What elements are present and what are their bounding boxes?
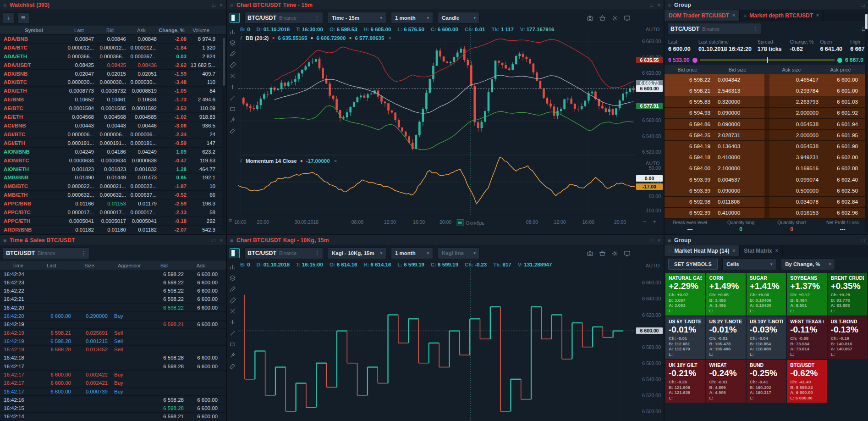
time-axis[interactable]: 16:0020:0030.09.201808:0012:0016:0020:00… (238, 216, 635, 228)
maximize-icon[interactable]: □ (862, 2, 865, 8)
panel-menu-icon[interactable]: ≡ (230, 2, 233, 8)
auto-scale-label[interactable]: AUTO (646, 27, 660, 32)
dom-ladder-row[interactable]: 6 595.830.3200002.2637936 601.03 (665, 96, 868, 107)
heat-cell-us-10y-t-note[interactable]: US 10Y T-NOTE-0.03%Ch: -0.04B: 118.854A:… (747, 316, 786, 359)
chart-panel-icon[interactable] (230, 13, 240, 23)
list-item[interactable]: 16:42:196 598.216 600.00 (0, 321, 226, 329)
col-ask[interactable]: Ask (126, 28, 157, 33)
price-axis[interactable]: AUTO6 660.006 640.006 620.006 600.006 58… (635, 26, 664, 216)
more-icon[interactable]: ⋮ (748, 26, 758, 32)
col-bid-price[interactable]: Bid price (665, 67, 710, 72)
table-row[interactable]: ARDR/BNB0.011820.011800.01182-2.07542.3 (0, 226, 226, 234)
table-row[interactable]: AGI/BNB0.004430.004430.00446-3.06936.5 (0, 122, 226, 130)
style-dropdown[interactable]: Kagi line▾ (438, 247, 480, 259)
table-row[interactable]: AMB/BNB0.014900.014490.014730.95192.1 (0, 174, 226, 183)
col-last[interactable]: Last (32, 263, 71, 268)
range-track[interactable] (700, 59, 835, 61)
maximize-icon[interactable]: □ (212, 238, 215, 243)
layers-tool-icon[interactable] (229, 275, 236, 282)
tab-menu-icon[interactable]: ≡ (744, 13, 747, 18)
tab-close-icon[interactable]: × (775, 248, 778, 253)
tab-market-heat-map-14-[interactable]: ≡Market Heat Map (14)× (665, 245, 740, 256)
dom-ladder-row[interactable]: 6 598.212.5463130.2937846 601.00 (665, 85, 868, 96)
col-symbol[interactable]: Symbol (0, 28, 64, 33)
chart-tool-icon[interactable] (229, 264, 236, 271)
panel-menu-icon[interactable]: ≡ (3, 2, 6, 8)
gear-icon[interactable] (611, 15, 618, 22)
table-row[interactable]: AION/BNB0.042490.041860.042491.09623.2 (0, 148, 226, 156)
col-bid[interactable]: Bid (94, 28, 126, 33)
range-low-handle[interactable] (692, 58, 698, 63)
col-bid-size[interactable]: Bid size (710, 67, 764, 72)
basket-icon[interactable] (599, 15, 606, 22)
panel-menu-icon[interactable]: ≡ (230, 237, 233, 244)
cross-tool-icon[interactable] (229, 308, 236, 315)
layout-icon[interactable] (624, 15, 631, 22)
more-icon[interactable]: ⋮ (310, 250, 320, 256)
col-change[interactable]: Change, % (157, 28, 187, 33)
symbol-selector[interactable]: BTC/USDT Binance ⋮ (667, 23, 761, 35)
table-row[interactable]: AGI/BTC0.000006...0.000006...0.000006...… (0, 130, 226, 139)
sort-mode-dropdown[interactable]: By Change, %▾ (781, 258, 835, 270)
list-item[interactable]: 16:42:176 598.286 600.00 (0, 362, 226, 371)
table-row[interactable]: AE/BNB0.106520.104610.10634-1.732 494.6 (0, 95, 226, 104)
table-row[interactable]: AE/BTC0.00015840.00015850.0001592-3.5311… (0, 104, 226, 113)
style-dropdown[interactable]: Candle▾ (438, 12, 480, 24)
dom-ladder-row[interactable]: 6 594.930.0900002.0000006 601.92 (665, 108, 868, 119)
aggregation-dropdown[interactable]: Kagi - 10Kg, 15m▾ (328, 247, 386, 259)
table-row[interactable]: AMB/BTC0.000022...0.000021...0.000022...… (0, 182, 226, 191)
table-row[interactable]: ADA/ETH0.000366...0.000366...0.000367...… (0, 52, 226, 61)
chart-object-list-icon[interactable]: ≡ (229, 217, 232, 224)
range-dropdown[interactable]: 1 month▾ (391, 247, 433, 259)
tab-menu-icon[interactable]: ≡ (669, 248, 671, 254)
table-row[interactable]: APPC/BTC0.000017...0.000017...0.000017..… (0, 208, 226, 217)
list-item[interactable]: 16:42:236 598.226 600.00 (0, 278, 226, 287)
table-row[interactable]: APPC/BNB0.011660.011530.01179-2.59196.3 (0, 199, 226, 208)
heat-cell-brent-crude-[interactable]: BRENT CRUDE...+0.35%Ch: +0.29B: 83.778A:… (828, 273, 867, 316)
gear-icon[interactable] (611, 250, 618, 257)
tab-stat-matrix[interactable]: Stat Matrix× (740, 245, 782, 256)
remove-indicator-icon[interactable]: × (334, 158, 337, 164)
line-tool-icon[interactable] (229, 94, 236, 101)
panel-menu-icon[interactable]: ≡ (668, 237, 671, 244)
table-row[interactable]: APPC/ETH0.00050410.00050170.0005041-0.18… (0, 217, 226, 226)
dom-ladder-row[interactable]: 6 594.002.1000000.1695166 602.08 (665, 163, 868, 174)
list-item[interactable]: 16:42:206 598.226 600.00 (0, 304, 226, 312)
heat-cell-soybeans[interactable]: SOYBEANS+1.37%Ch: +0.12B: 8.484A: 8.501L… (787, 273, 826, 316)
table-row[interactable]: AION/ETH0.0018230.0018230.0018321.28464.… (0, 165, 226, 174)
zoom-out-button[interactable]: − (643, 218, 646, 225)
list-item[interactable]: 16:42:216 598.226 600.00 (0, 295, 226, 304)
table-row[interactable]: ADX/ETH0.00087730.00087320.0008819-1.058… (0, 87, 226, 95)
layout-icon[interactable] (624, 250, 631, 257)
symbol-selector[interactable]: BTC/USDT Binance ⋮ (3, 247, 90, 259)
rect-tool-icon[interactable] (229, 105, 236, 112)
basket-icon[interactable] (599, 250, 606, 257)
col-bid[interactable]: Bid (144, 263, 184, 268)
heat-cell-btc-usdt[interactable]: BTC/USDT-0.62%Ch: -41.40B: 6 598.22A: 6 … (787, 360, 826, 403)
line-tool-icon[interactable] (229, 330, 236, 337)
heat-cell-bund[interactable]: BUND-0.25%Ch: -0.41B: 160.302A: 160.317L… (747, 360, 786, 403)
more-icon[interactable]: ⋮ (310, 15, 320, 21)
chart-plot-area[interactable]: B:0D:01.10.2018T:16:15:00O:6 614.16H:6 6… (238, 261, 635, 421)
dom-ladder-row[interactable]: 6 594.252.0287312.0000006 601.95 (665, 130, 868, 141)
price-axis[interactable]: AUTO6 660.006 640.006 620.006 600.006 58… (635, 261, 664, 421)
range-high-handle[interactable] (837, 58, 842, 63)
heat-cell-natural-gas[interactable]: NATURAL GAS+2.29%Ch: +0.07B: 3.087A: 3.0… (665, 273, 705, 316)
list-item[interactable]: 16:42:176 600.000.000739Buy (0, 388, 226, 396)
list-item[interactable]: 16:42:196 598.210.025691Sell (0, 329, 226, 337)
layers-tool-icon[interactable] (229, 39, 236, 46)
tab-close-icon[interactable]: × (732, 248, 735, 253)
rect-tool-icon[interactable] (229, 341, 236, 348)
table-row[interactable]: ADA/USDT0.084250.084250.08436-2.6213 682… (0, 61, 226, 70)
dom-ladder-row[interactable]: 6 592.390.4100000.0161536 602.96 (665, 208, 868, 219)
col-size[interactable]: Size (71, 263, 108, 268)
col-last[interactable]: Last (64, 28, 94, 33)
pencil-tool-icon[interactable] (229, 50, 236, 57)
chart-tool-icon[interactable] (229, 28, 236, 35)
tab-close-icon[interactable]: × (732, 13, 735, 18)
close-icon[interactable]: × (220, 238, 223, 243)
target-tool-icon[interactable] (229, 83, 236, 90)
set-symbols-button[interactable]: SET SYMBOLS (668, 259, 718, 270)
chart-plot-area[interactable]: B:0D:01.10.2018T:16:30:00O:6 598.53H:6 6… (238, 26, 635, 216)
remove-indicator-icon[interactable]: × (388, 35, 391, 41)
